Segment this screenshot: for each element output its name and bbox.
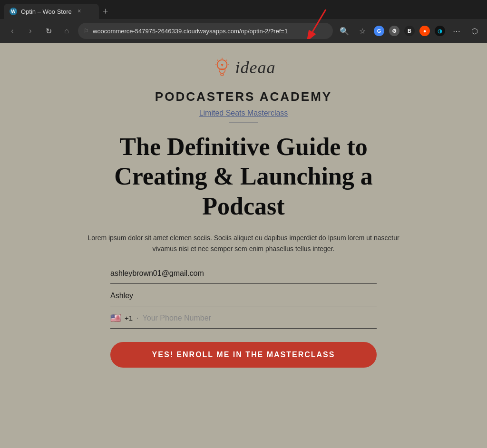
phone-field-container: 🇺🇸 +1 · xyxy=(110,312,377,329)
nav-bar: ‹ › ↻ ⌂ ⚐ woocommerce-547975-2646339.clo… xyxy=(0,19,487,43)
description-text: Lorem ipsum dolor sit amet elemen sociis… xyxy=(77,233,410,254)
url-text: woocommerce-547975-2646339.cloudwaysapps… xyxy=(93,28,327,35)
submit-button[interactable]: YES! ENROLL ME IN THE MASTERCLASS xyxy=(110,342,377,368)
wp-favicon: W xyxy=(10,8,17,15)
country-code: +1 xyxy=(125,314,133,322)
new-tab-button[interactable]: + xyxy=(103,6,108,17)
url-prefix: woocommerce-547975-2646339.cloudwaysapps… xyxy=(93,28,270,35)
address-bar[interactable]: ⚐ woocommerce-547975-2646339.cloudwaysap… xyxy=(78,23,333,39)
ext-google[interactable]: G xyxy=(374,26,384,36)
logo-text: ideaa xyxy=(235,58,276,78)
active-tab[interactable]: W Optin – Woo Store × xyxy=(4,4,99,19)
url-highlight: ?ref=1 xyxy=(270,28,288,35)
email-input[interactable] xyxy=(110,267,377,280)
ext-reddit[interactable]: ● xyxy=(419,26,430,36)
academy-title: PODCASTERS ACADEMY xyxy=(155,89,332,104)
ext-b[interactable]: B xyxy=(404,26,415,36)
svg-line-9 xyxy=(217,60,217,60)
svg-line-8 xyxy=(226,60,226,60)
subtitle: Limited Seats Masterclass xyxy=(199,109,288,117)
main-heading: The Definitive Guide to Creating & Launc… xyxy=(77,132,410,221)
phone-separator: · xyxy=(136,314,138,322)
name-input[interactable] xyxy=(110,290,377,302)
home-button[interactable]: ⌂ xyxy=(60,24,73,38)
lock-icon: ⚐ xyxy=(84,28,89,35)
ext-color[interactable]: ◑ xyxy=(435,26,445,36)
refresh-button[interactable]: ↻ xyxy=(42,24,55,38)
svg-text:♥: ♥ xyxy=(221,63,224,68)
bookmark-button[interactable]: ☆ xyxy=(356,24,369,38)
extensions-button[interactable]: ⬡ xyxy=(468,24,481,38)
flag-icon: 🇺🇸 xyxy=(110,313,121,323)
phone-input[interactable] xyxy=(143,312,377,324)
ext-settings[interactable]: ⚙ xyxy=(389,26,399,36)
back-button[interactable]: ‹ xyxy=(6,24,19,38)
name-field-container xyxy=(110,290,377,306)
more-button[interactable]: ⋯ xyxy=(450,24,463,38)
browser-chrome: W Optin – Woo Store × + ‹ › ↻ ⌂ ⚐ woocom… xyxy=(0,0,487,43)
signup-form: 🇺🇸 +1 · YES! ENROLL ME IN THE MASTERCLAS… xyxy=(110,267,377,368)
search-button[interactable]: 🔍 xyxy=(338,24,351,38)
title-divider xyxy=(229,122,258,123)
tab-close-button[interactable]: × xyxy=(78,8,81,15)
logo-area: ♥ ideaa xyxy=(212,57,276,78)
forward-button[interactable]: › xyxy=(24,24,37,38)
tab-bar: W Optin – Woo Store × + xyxy=(0,0,487,19)
tab-title: Optin – Woo Store xyxy=(21,8,72,15)
email-field-container xyxy=(110,267,377,284)
logo-bulb-icon: ♥ xyxy=(212,57,233,78)
page-content: ♥ ideaa PODCASTERS ACADEMY Limited Seats… xyxy=(0,43,487,448)
